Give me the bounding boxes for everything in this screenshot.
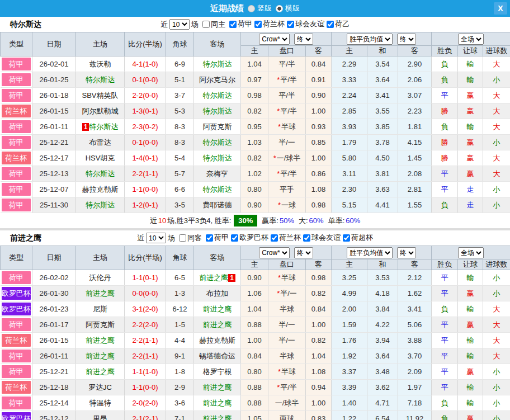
avg-away-cell: 7.18: [398, 395, 432, 411]
team-name: 前进之鹰: [10, 233, 41, 243]
league-filter[interactable]: 荷兰杯: [268, 233, 301, 243]
avg-state-select[interactable]: 终: [397, 247, 416, 258]
match-row: 荷甲25-12-13特尔斯达2-2(1-1)5-7奈梅亨1.02*平/半0.86…: [1, 166, 510, 182]
date-cell: 25-12-07: [32, 182, 76, 197]
team-label: 特尔斯达: [203, 154, 232, 162]
same-venue-checkbox[interactable]: [202, 21, 210, 28]
home-team-cell: 尼斯: [76, 301, 125, 317]
avg-home-cell: 1.40: [332, 395, 367, 411]
match-count-select[interactable]: 10: [169, 19, 190, 30]
league-filter[interactable]: 荷兰杯: [252, 19, 285, 29]
goals-result-cell: 大: [483, 103, 510, 119]
odds-company-select[interactable]: Crow*: [259, 34, 290, 45]
away-odds-cell: 1.00: [306, 150, 332, 166]
league-cell: 荷兰杯: [1, 103, 32, 119]
date-cell: 25-11-30: [32, 197, 76, 213]
scope-select[interactable]: 全场: [458, 34, 484, 45]
matches-table: 类型 日期 主场 比分(半场) 角球 客场 Crow* 终 胜平负均值 终: [0, 32, 510, 213]
handicap-line-cell: 两球: [268, 411, 306, 420]
rank-badge: 1: [228, 274, 235, 282]
avg-state-select[interactable]: 终: [397, 34, 416, 45]
league-filter[interactable]: 荷乙: [324, 19, 350, 29]
result-cell: 負: [432, 411, 458, 420]
avg-select[interactable]: 胜平负均值: [347, 34, 393, 45]
league-filter[interactable]: 球会友谊: [285, 19, 324, 29]
result-cell: 平: [432, 286, 458, 301]
avg-home-cell: 1.92: [332, 348, 367, 364]
avg-draw-cell: 3.63: [367, 182, 398, 197]
team-label: 阿贾克斯: [86, 320, 115, 329]
handicap-line-cell: 一/球半: [268, 395, 306, 411]
stat-label: 赢率:: [262, 216, 278, 226]
handicap-result-cell: 輸: [458, 301, 483, 317]
avg-home-cell: 3.11: [332, 166, 367, 182]
league-filter[interactable]: 荷甲: [204, 233, 229, 243]
team-label: 特尔斯达: [86, 169, 115, 178]
team-label: 阿贾克斯: [203, 122, 232, 131]
team-label: 特尔斯达: [203, 60, 232, 68]
odds-group-header: Crow* 终: [241, 32, 332, 46]
league-checkbox[interactable]: [229, 21, 237, 28]
team-label: 前进之鹰: [203, 383, 232, 391]
odds-state-select[interactable]: 终: [294, 247, 313, 258]
handicap-line-cell: *平/半: [268, 103, 306, 119]
league-filter[interactable]: 欧罗巴杯: [229, 233, 268, 243]
match-count-select[interactable]: 10: [146, 233, 166, 243]
same-venue-filter[interactable]: 同客: [177, 233, 202, 243]
league-checkbox[interactable]: [287, 21, 294, 28]
league-checkbox[interactable]: [343, 234, 350, 242]
live-star: *: [277, 383, 280, 391]
odds-company-select[interactable]: Crow*: [259, 247, 290, 258]
league-checkbox[interactable]: [231, 234, 238, 242]
home-team-cell: 阿尔默勒城: [76, 103, 125, 119]
stat-label: 大:: [299, 216, 308, 226]
away-odds-cell: 0.84: [306, 56, 332, 72]
avg-draw-cell: 6.54: [367, 411, 398, 420]
radio-unselected-icon[interactable]: [248, 5, 255, 12]
league-filter[interactable]: 荷甲: [227, 19, 252, 29]
league-checkbox[interactable]: [303, 234, 310, 242]
avg-draw-cell: 3.64: [367, 348, 398, 364]
league-checkbox[interactable]: [206, 234, 213, 242]
subcol-handicap: 让球: [458, 259, 483, 270]
avg-home-cell: 3.39: [332, 380, 367, 395]
home-odds-cell: 0.88: [241, 317, 268, 333]
subcol-odds-home: 主: [241, 259, 268, 270]
close-button[interactable]: X: [494, 2, 507, 15]
corner-cell: 4-4: [166, 333, 194, 348]
result-cell: 負: [432, 395, 458, 411]
league-badge: 荷甲: [2, 136, 31, 149]
odds-group-header: Crow* 终: [241, 246, 332, 259]
same-venue-filter[interactable]: 同主: [200, 20, 225, 30]
subcol-result: 胜负: [432, 46, 458, 56]
handicap-line-cell: 半球: [268, 301, 306, 317]
matches-body: 荷甲26-02-02沃伦丹1-1(0-1)6-5前进之鹰10.90*半球0.98…: [1, 270, 510, 420]
league-checkbox[interactable]: [327, 21, 334, 28]
layout-option-vertical[interactable]: 竖版: [248, 3, 272, 13]
league-filter[interactable]: 球会友谊: [301, 233, 341, 243]
same-venue-checkbox[interactable]: [179, 234, 186, 242]
layout-option-horizontal[interactable]: 横版: [276, 3, 300, 13]
league-checkbox[interactable]: [271, 234, 278, 242]
radio-selected-icon[interactable]: [276, 5, 283, 12]
avg-away-cell: 2.23: [398, 103, 432, 119]
corner-cell: 1-3: [166, 286, 194, 301]
team-label: 特尔斯达: [203, 91, 232, 100]
subcol-odds-away: 客: [306, 259, 332, 270]
away-team-cell: 前进之鹰: [194, 411, 241, 420]
league-badge: 荷兰杯: [2, 105, 31, 117]
team-label: 特尔斯达: [86, 75, 115, 84]
scope-select[interactable]: 全场: [458, 247, 484, 258]
home-team-cell: 罗达JC: [76, 380, 125, 395]
league-checkbox[interactable]: [254, 21, 262, 28]
away-team-cell: 特尔斯达: [194, 135, 241, 150]
corner-cell: 5-3: [166, 103, 194, 119]
league-cell: 荷甲: [1, 364, 32, 380]
panel-title: 近期战绩: [210, 3, 244, 14]
avg-select[interactable]: 胜平负均值: [347, 247, 393, 258]
avg-home-cell: 2.29: [332, 56, 367, 72]
league-filter[interactable]: 荷超杯: [341, 233, 373, 243]
corner-cell: 5-4: [166, 150, 194, 166]
odds-state-select[interactable]: 终: [294, 34, 313, 45]
avg-draw-cell: 3.78: [367, 135, 398, 150]
